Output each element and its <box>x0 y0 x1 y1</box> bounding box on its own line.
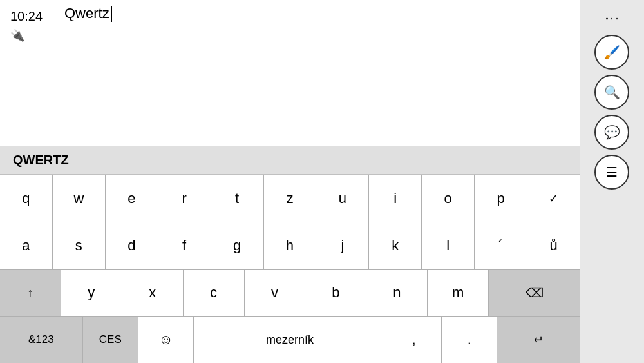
keyboard-row-4: &123 CES ☺ mezerník , . ↵ <box>0 316 580 363</box>
key-y[interactable]: y <box>61 270 122 316</box>
more-button[interactable]: ⋮ <box>603 12 620 27</box>
text-content: Qwertz <box>64 5 109 21</box>
key-ces[interactable]: CES <box>83 317 138 363</box>
key-acute[interactable]: ´ <box>475 222 527 269</box>
key-shift[interactable]: ↑ <box>0 270 61 316</box>
key-period[interactable]: . <box>442 317 497 363</box>
text-input-display: Qwertz <box>64 5 580 22</box>
key-p[interactable]: p <box>475 175 527 222</box>
key-f[interactable]: f <box>158 222 211 269</box>
key-g[interactable]: g <box>211 222 264 269</box>
key-k[interactable]: k <box>369 222 422 269</box>
key-comma[interactable]: , <box>386 317 442 363</box>
key-q[interactable]: q <box>0 175 53 222</box>
key-d[interactable]: d <box>106 222 158 269</box>
key-m[interactable]: m <box>428 270 489 316</box>
key-c[interactable]: c <box>184 270 245 316</box>
search-icon: 🔍 <box>604 84 620 100</box>
suggestion-text: QWERTZ <box>13 153 69 167</box>
key-n[interactable]: n <box>366 270 428 316</box>
key-w[interactable]: w <box>53 175 106 222</box>
list-icon: ☰ <box>606 164 618 180</box>
sidebar: ⋮ 🖌️ 🔍 💬 ☰ <box>580 0 644 363</box>
key-enter[interactable]: ↵ <box>497 317 580 363</box>
search-button[interactable]: 🔍 <box>594 75 629 110</box>
key-check[interactable]: ✓ <box>527 175 580 222</box>
key-emoji[interactable]: ☺ <box>138 317 194 363</box>
paint-icon: 🖌️ <box>604 44 620 60</box>
key-i[interactable]: i <box>369 175 422 222</box>
key-s[interactable]: s <box>53 222 106 269</box>
suggestion-bar[interactable]: QWERTZ <box>0 146 580 175</box>
paint-button[interactable]: 🖌️ <box>594 35 629 70</box>
battery-icon: 🔌 <box>10 28 24 43</box>
chat-icon: 💬 <box>604 124 620 140</box>
list-button[interactable]: ☰ <box>594 155 629 190</box>
key-space[interactable]: mezerník <box>194 317 386 363</box>
keyboard-row-2: a s d f g h j k l ´ ů <box>0 222 580 269</box>
key-t[interactable]: t <box>211 175 264 222</box>
key-l[interactable]: l <box>422 222 475 269</box>
keyboard-row-1: q w e r t z u i o p ✓ <box>0 175 580 222</box>
chat-button[interactable]: 💬 <box>594 115 629 150</box>
key-v[interactable]: v <box>245 270 306 316</box>
time-display: 10:24 <box>10 9 43 24</box>
key-backspace[interactable]: ⌫ <box>489 270 580 316</box>
key-j[interactable]: j <box>316 222 369 269</box>
key-b[interactable]: b <box>305 270 366 316</box>
text-cursor <box>111 6 112 22</box>
key-a[interactable]: a <box>0 222 53 269</box>
key-u-ring[interactable]: ů <box>527 222 580 269</box>
key-x[interactable]: x <box>122 270 184 316</box>
key-z[interactable]: z <box>264 175 317 222</box>
backspace-icon: ⌫ <box>526 285 544 300</box>
key-e[interactable]: e <box>106 175 158 222</box>
key-r[interactable]: r <box>158 175 211 222</box>
key-u[interactable]: u <box>316 175 369 222</box>
key-numbers[interactable]: &123 <box>0 317 83 363</box>
keyboard: QWERTZ q w e r t z u i o p ✓ a s d f g h… <box>0 146 580 363</box>
keyboard-row-3: ↑ y x c v b n m ⌫ <box>0 269 580 316</box>
key-o[interactable]: o <box>422 175 475 222</box>
key-h[interactable]: h <box>264 222 317 269</box>
